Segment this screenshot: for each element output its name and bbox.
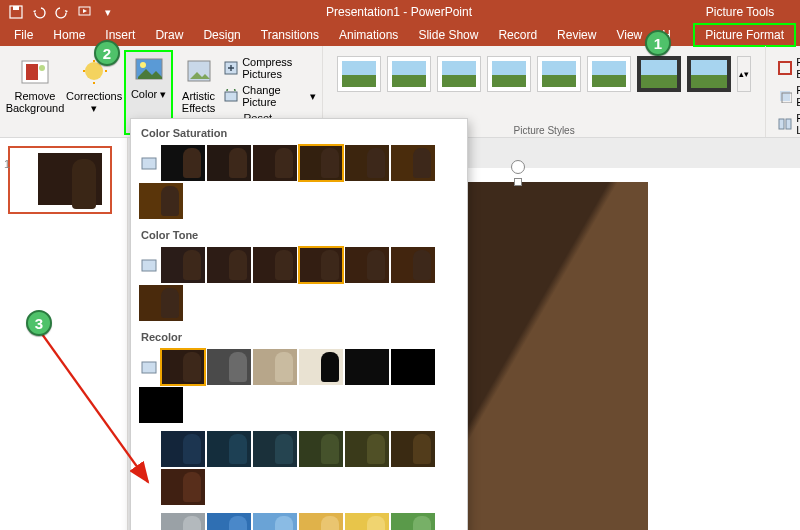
recolor-swatch[interactable] <box>345 513 389 530</box>
tab-picture-format[interactable]: Picture Format <box>693 23 796 47</box>
recolor-swatch[interactable] <box>391 513 435 530</box>
svg-rect-18 <box>142 158 156 169</box>
remove-background-icon <box>19 56 51 88</box>
recolor-row-2 <box>131 429 467 511</box>
picture-effects-button[interactable]: Picture Eff <box>778 84 800 108</box>
saturation-swatch[interactable] <box>299 145 343 181</box>
gallery-more-icon[interactable]: ▴▾ <box>737 56 751 92</box>
ribbon-tabs: File Home Insert Draw Design Transitions… <box>0 24 800 46</box>
callout-1: 1 <box>645 30 671 56</box>
title-bar: ▾ Presentation1 - PowerPoint Picture Too… <box>0 0 800 24</box>
slide-thumb-image <box>38 153 102 205</box>
svg-rect-11 <box>225 92 237 101</box>
chevron-down-icon: ▾ <box>91 102 97 114</box>
tone-swatch[interactable] <box>139 285 183 321</box>
svg-rect-1 <box>13 6 19 10</box>
picture-style[interactable] <box>687 56 731 92</box>
recolor-swatch[interactable] <box>299 513 343 530</box>
svg-rect-16 <box>779 119 784 129</box>
tone-swatch[interactable] <box>299 247 343 283</box>
reset-saturation-icon[interactable] <box>139 145 159 181</box>
tab-animations[interactable]: Animations <box>329 25 408 45</box>
picture-border-button[interactable]: Picture Bo <box>778 56 800 80</box>
recolor-swatch[interactable] <box>207 349 251 385</box>
border-icon <box>778 60 792 76</box>
tab-file[interactable]: File <box>4 25 43 45</box>
tab-draw[interactable]: Draw <box>145 25 193 45</box>
recolor-swatch[interactable] <box>253 349 297 385</box>
qat-more-icon[interactable]: ▾ <box>98 2 118 22</box>
picture-style[interactable] <box>537 56 581 92</box>
artistic-effects-label: Artistic Effects <box>182 90 215 114</box>
picture-style[interactable] <box>437 56 481 92</box>
svg-rect-19 <box>142 260 156 271</box>
tone-swatch[interactable] <box>345 247 389 283</box>
change-picture-button[interactable]: Change Picture ▾ <box>224 84 316 108</box>
slide-thumbnail[interactable] <box>8 146 112 214</box>
recolor-row-1 <box>131 347 467 429</box>
recolor-swatch[interactable] <box>161 349 205 385</box>
tab-transitions[interactable]: Transitions <box>251 25 329 45</box>
recolor-swatch[interactable] <box>207 513 251 530</box>
tab-design[interactable]: Design <box>193 25 250 45</box>
saturation-swatch[interactable] <box>161 145 205 181</box>
tone-row <box>131 245 467 327</box>
redo-icon[interactable] <box>52 2 72 22</box>
tone-swatch[interactable] <box>207 247 251 283</box>
tab-record[interactable]: Record <box>488 25 547 45</box>
color-label: Color <box>131 88 157 100</box>
start-from-beginning-icon[interactable] <box>75 2 95 22</box>
tone-swatch[interactable] <box>253 247 297 283</box>
change-picture-label: Change Picture <box>242 84 306 108</box>
quick-access-toolbar: ▾ <box>0 2 118 22</box>
remove-background-button[interactable]: Remove Background <box>6 50 64 135</box>
svg-rect-4 <box>26 64 38 80</box>
group-picture-options: Picture Bo Picture Eff Picture Lay <box>766 46 800 137</box>
callout-arrow <box>30 320 160 500</box>
saturation-swatch[interactable] <box>253 145 297 181</box>
picture-layout-button[interactable]: Picture Lay <box>778 112 800 136</box>
svg-point-5 <box>39 65 45 71</box>
recolor-swatch[interactable] <box>345 431 389 467</box>
picture-style[interactable] <box>487 56 531 92</box>
picture-border-label: Picture Bo <box>796 56 800 80</box>
picture-styles-gallery[interactable]: ▴▾ <box>329 50 759 92</box>
save-icon[interactable] <box>6 2 26 22</box>
rotate-handle[interactable] <box>511 160 525 174</box>
change-picture-icon <box>224 88 238 104</box>
recolor-swatch[interactable] <box>161 431 205 467</box>
tab-slideshow[interactable]: Slide Show <box>408 25 488 45</box>
compress-pictures-button[interactable]: Compress Pictures <box>224 56 316 80</box>
recolor-swatch[interactable] <box>299 349 343 385</box>
picture-style[interactable] <box>587 56 631 92</box>
chevron-down-icon: ▾ <box>160 88 166 100</box>
picture-style[interactable] <box>337 56 381 92</box>
saturation-swatch[interactable] <box>139 183 183 219</box>
recolor-swatch[interactable] <box>161 469 205 505</box>
saturation-swatch[interactable] <box>345 145 389 181</box>
resize-handle[interactable] <box>514 178 522 186</box>
tab-home[interactable]: Home <box>43 25 95 45</box>
tone-swatch[interactable] <box>391 247 435 283</box>
recolor-swatch[interactable] <box>207 431 251 467</box>
recolor-swatch[interactable] <box>253 431 297 467</box>
recolor-swatch[interactable] <box>391 349 435 385</box>
svg-rect-17 <box>786 119 791 129</box>
saturation-swatch[interactable] <box>391 145 435 181</box>
recolor-swatch[interactable] <box>391 431 435 467</box>
recolor-swatch[interactable] <box>253 513 297 530</box>
context-tab-title: Picture Tools <box>680 5 800 19</box>
color-icon <box>133 54 165 86</box>
recolor-swatch[interactable] <box>345 349 389 385</box>
picture-style[interactable] <box>637 56 681 92</box>
tab-review[interactable]: Review <box>547 25 606 45</box>
recolor-swatch[interactable] <box>161 513 205 530</box>
reset-tone-icon[interactable] <box>139 247 159 283</box>
recolor-swatch[interactable] <box>299 431 343 467</box>
tone-swatch[interactable] <box>161 247 205 283</box>
picture-style[interactable] <box>387 56 431 92</box>
color-dropdown: Color Saturation Color Tone Recolor <box>130 118 468 530</box>
saturation-swatch[interactable] <box>207 145 251 181</box>
undo-icon[interactable] <box>29 2 49 22</box>
svg-point-8 <box>140 62 146 68</box>
